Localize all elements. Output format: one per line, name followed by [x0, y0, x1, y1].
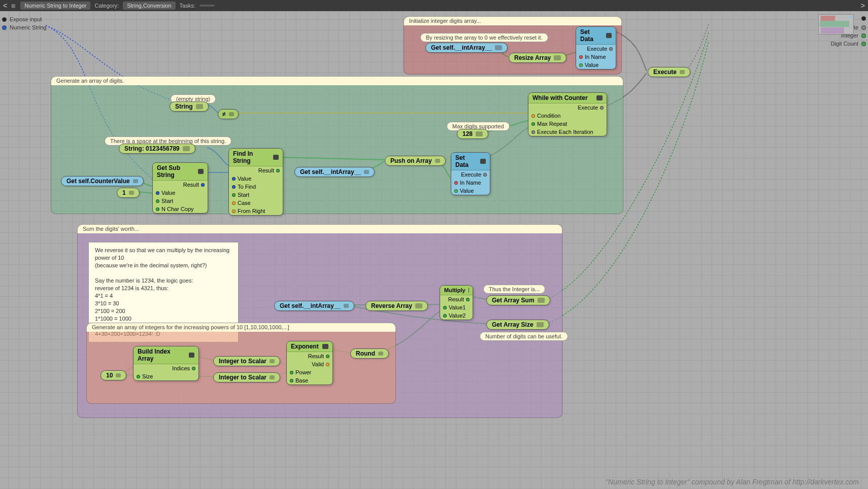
node-resize-array[interactable]: Resize Array	[509, 53, 566, 63]
port-in: Value	[238, 175, 251, 182]
port-in: From Right	[238, 207, 265, 215]
node-label: ≠	[222, 111, 226, 118]
node-canvas[interactable]: Expose input Numeric String Evaluate Int…	[0, 11, 868, 489]
node-string-digits[interactable]: String: 0123456789	[119, 144, 195, 154]
category-value[interactable]: String,Conversion	[123, 2, 175, 10]
port-out: Result	[258, 167, 274, 174]
node-icon	[537, 322, 544, 327]
input-port-expose[interactable]: Expose input	[2, 16, 42, 22]
node-title: Find In String	[233, 150, 270, 164]
nav-fwd-button[interactable]: >	[861, 2, 865, 10]
port-in: Power	[295, 369, 311, 376]
node-label: Execute	[653, 68, 677, 76]
node-icon	[538, 298, 545, 303]
node-icon	[554, 55, 561, 60]
port-in: Base	[295, 377, 308, 384]
node-icon	[116, 373, 121, 377]
node-int-to-scalar-2[interactable]: Integer to Scalar	[213, 372, 280, 382]
node-const-1[interactable]: 1	[117, 188, 140, 198]
category-label: Category:	[94, 3, 119, 9]
group-title: Generate an array of integers for the in…	[86, 323, 396, 332]
port-in: Value	[460, 187, 474, 194]
node-icon	[435, 159, 440, 163]
node-int-to-scalar-1[interactable]: Integer to Scalar	[213, 356, 280, 366]
port-label: Digit Count	[831, 41, 858, 47]
minimap[interactable]	[818, 14, 854, 34]
node-icon	[198, 169, 204, 174]
node-get-countervalue[interactable]: Get self.CounterValue	[61, 176, 144, 186]
node-label: 128	[462, 130, 473, 137]
port-in: Start	[161, 197, 173, 204]
node-label: Get Array Sum	[492, 297, 535, 304]
tasks-label: Tasks:	[180, 3, 195, 9]
node-icon	[189, 353, 194, 358]
node-get-array-size[interactable]: Get Array Size	[486, 320, 549, 330]
node-round[interactable]: Round	[350, 348, 389, 359]
node-not-equal[interactable]: ≠	[218, 109, 239, 119]
node-get-sub-string[interactable]: Get Sub String Result Value Start N Char…	[152, 162, 208, 214]
node-title: Set Data	[455, 154, 477, 168]
compound-title[interactable]: Numeric String to Integer	[20, 2, 90, 10]
port-out: Execute	[578, 104, 598, 111]
node-icon	[322, 344, 328, 349]
node-set-data-2[interactable]: Set Data Execute In Name Value	[451, 152, 490, 195]
port-label: Numeric String	[10, 24, 47, 30]
node-label: Resize Array	[514, 54, 551, 61]
port-in: N Char Copy	[161, 205, 194, 213]
node-icon	[183, 146, 190, 151]
node-push-on-array[interactable]: Push on Array	[385, 156, 446, 166]
port-in: Value1	[449, 304, 465, 311]
node-icon	[415, 303, 422, 308]
nav-back-button[interactable]: <	[3, 2, 7, 10]
node-title: Set Data	[580, 28, 603, 43]
node-while-counter[interactable]: While with Counter Execute Condition Max…	[528, 92, 607, 136]
node-exponent[interactable]: Exponent Result Valid Power Base	[286, 341, 333, 385]
node-icon	[196, 104, 203, 109]
node-title: Get Sub String	[157, 164, 195, 179]
node-label: Integer to Scalar	[219, 358, 266, 365]
port-out: Result	[448, 296, 464, 303]
toolbar: < ⊠ Numeric String to Integer Category: …	[0, 0, 868, 11]
port-in: Start	[238, 191, 249, 198]
tasks-value[interactable]	[199, 5, 215, 7]
node-get-intarray-3[interactable]: Get self.__intArray__	[274, 301, 354, 311]
node-const-10[interactable]: 10	[101, 370, 126, 380]
close-button[interactable]: ⊠	[11, 3, 16, 8]
annotation-thus-integer: Thus the Integer is...	[483, 285, 545, 294]
port-in: In Name	[585, 53, 606, 60]
port-label: Expose input	[10, 16, 42, 22]
node-get-array-sum[interactable]: Get Array Sum	[486, 295, 550, 305]
node-icon	[480, 159, 486, 164]
port-in: Value	[585, 61, 598, 68]
node-icon	[129, 191, 134, 195]
node-icon	[133, 179, 138, 183]
node-label: Reverse Array	[371, 302, 412, 309]
port-in: To Find	[238, 183, 256, 190]
node-reverse-array[interactable]: Reverse Array	[365, 301, 428, 311]
node-icon	[495, 45, 502, 50]
input-port-numeric-string[interactable]: Numeric String	[2, 24, 47, 30]
output-port-digit-count[interactable]: Digit Count	[831, 41, 866, 47]
port-in: Size	[142, 373, 153, 380]
credit-text: "Numeric String to Integer" compound by …	[606, 478, 859, 486]
node-icon	[680, 70, 685, 74]
node-get-intarray-1[interactable]: Get self.__intArray__	[425, 43, 508, 53]
node-find-in-string[interactable]: Find In String Result Value To Find Star…	[228, 148, 283, 216]
node-get-intarray-2[interactable]: Get self.__intArray__	[294, 167, 375, 177]
node-execute[interactable]: Execute	[648, 67, 690, 77]
port-in: Condition	[537, 112, 560, 119]
output-port-unused[interactable]	[858, 16, 866, 21]
port-out: Valid	[312, 361, 324, 368]
node-const-128[interactable]: 128	[457, 129, 488, 139]
group-title: Generate an array of digits.	[51, 76, 623, 85]
node-title: Exponent	[291, 343, 319, 350]
node-build-index-array[interactable]: Build Index Array Indices Size	[133, 346, 199, 381]
port-out: Result	[183, 181, 199, 188]
node-set-data-1[interactable]: Set Data Execute In Name Value	[576, 26, 616, 69]
node-string-empty[interactable]: String	[170, 101, 209, 112]
node-icon	[364, 170, 369, 174]
node-label: Get self.__intArray__	[300, 168, 361, 176]
node-multiply[interactable]: Multiply Result Value1 Value2	[440, 285, 473, 320]
group-title: Initialize integer digits array...	[404, 16, 622, 25]
port-in: Case	[238, 199, 251, 206]
